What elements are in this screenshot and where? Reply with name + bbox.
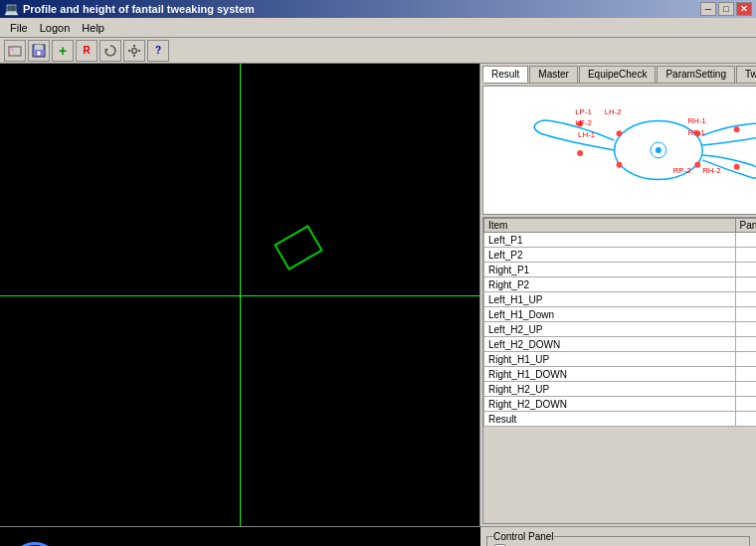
svg-rect-0 bbox=[9, 47, 21, 56]
col-header-part: Part bbox=[735, 219, 756, 233]
svg-text:RH-1: RH-1 bbox=[687, 116, 705, 125]
canvas-area bbox=[0, 64, 480, 526]
table-cell-item: Left_H1_UP bbox=[484, 292, 736, 307]
control-panel: FAE 深圳市弗莱博自动化设备有限公司 Flexible Automation … bbox=[0, 526, 756, 546]
table-cell-item: Left_H2_DOWN bbox=[484, 337, 736, 352]
control-fieldset: Control Panel Save Data Auto Study Tweak… bbox=[486, 531, 750, 546]
window-title: Profile and height of fantail tweaking s… bbox=[23, 3, 255, 15]
close-button[interactable]: ✕ bbox=[736, 2, 752, 16]
table-row: Right_P2 bbox=[484, 277, 757, 292]
maximize-button[interactable]: □ bbox=[718, 2, 734, 16]
table-cell-item: Left_P1 bbox=[484, 233, 736, 248]
svg-point-15 bbox=[617, 162, 623, 168]
table-row: Right_H2_UP bbox=[484, 382, 757, 397]
table-cell-part bbox=[735, 397, 756, 412]
table-cell-item: Right_H1_DOWN bbox=[484, 367, 736, 382]
table-row: Result bbox=[484, 412, 757, 427]
tab-tweaksetting[interactable]: TweakSetting bbox=[736, 66, 756, 83]
tab-master[interactable]: Master bbox=[529, 66, 578, 83]
svg-text:LH-1: LH-1 bbox=[578, 130, 595, 139]
toolbar-config-btn[interactable] bbox=[123, 40, 145, 62]
minimize-button[interactable]: ─ bbox=[700, 2, 716, 16]
svg-point-20 bbox=[734, 126, 740, 132]
svg-rect-3 bbox=[35, 45, 43, 50]
table-cell-item: Right_H1_UP bbox=[484, 352, 736, 367]
svg-point-17 bbox=[694, 162, 700, 168]
right-control-area: Control Panel Save Data Auto Study Tweak… bbox=[480, 527, 756, 546]
window-controls: ─ □ ✕ bbox=[700, 2, 752, 16]
main-container: Result Master EquipeCheck ParamSetting T… bbox=[0, 64, 756, 526]
table-row: Left_H1_Down bbox=[484, 307, 757, 322]
table-cell-part bbox=[735, 337, 756, 352]
table-cell-item: Right_H2_UP bbox=[484, 382, 736, 397]
table-cell-item: Right_P2 bbox=[484, 277, 736, 292]
table-cell-part bbox=[735, 263, 756, 277]
table-cell-item: Left_H2_UP bbox=[484, 322, 736, 337]
table-row: Right_H1_DOWN bbox=[484, 367, 757, 382]
table-row: Left_P2 bbox=[484, 248, 757, 263]
table-cell-part bbox=[735, 352, 756, 367]
table-cell-part bbox=[735, 248, 756, 263]
toolbar-r-btn[interactable]: R bbox=[76, 40, 97, 62]
table-cell-part bbox=[735, 412, 756, 427]
svg-text:RP-2: RP-2 bbox=[673, 166, 691, 175]
svg-point-6 bbox=[132, 48, 137, 53]
title-bar: 💻 Profile and height of fantail tweaking… bbox=[0, 0, 756, 18]
svg-point-19 bbox=[577, 150, 583, 156]
table-cell-part bbox=[735, 292, 756, 307]
toolbar-refresh-btn[interactable] bbox=[99, 40, 121, 62]
table-row: Left_H2_UP bbox=[484, 322, 757, 337]
svg-text:RF-1: RF-1 bbox=[687, 128, 704, 137]
table-cell-part bbox=[735, 382, 756, 397]
svg-rect-4 bbox=[37, 51, 41, 56]
tab-equipecheck[interactable]: EquipeCheck bbox=[579, 66, 656, 83]
crosshair-vertical bbox=[240, 64, 241, 526]
col-header-item: Item bbox=[484, 219, 736, 233]
control-panel-label: Control Panel bbox=[493, 531, 554, 542]
menu-file[interactable]: File bbox=[4, 20, 34, 36]
tab-result[interactable]: Result bbox=[482, 66, 528, 83]
svg-point-21 bbox=[734, 164, 740, 170]
table-row: Left_P1 bbox=[484, 233, 757, 248]
toolbar-help-btn[interactable]: ? bbox=[147, 40, 169, 62]
right-panel: Result Master EquipeCheck ParamSetting T… bbox=[480, 64, 756, 526]
svg-rect-9 bbox=[128, 50, 130, 52]
svg-rect-10 bbox=[138, 50, 140, 52]
menu-bar: File Logon Help bbox=[0, 18, 756, 38]
detected-shape bbox=[274, 225, 323, 271]
menu-logon[interactable]: Logon bbox=[34, 20, 77, 36]
table-row: Right_H2_DOWN bbox=[484, 397, 757, 412]
menu-help[interactable]: Help bbox=[76, 20, 110, 36]
svg-text:LP-1: LP-1 bbox=[575, 107, 592, 116]
toolbar-save-btn[interactable] bbox=[28, 40, 50, 62]
logo-area: FAE 深圳市弗莱博自动化设备有限公司 Flexible Automation … bbox=[0, 527, 480, 546]
data-table: Item Part Left_P1Left_P2Right_P1Right_P2… bbox=[483, 218, 756, 427]
logo-circle: FAE bbox=[10, 542, 60, 547]
tab-bar: Result Master EquipeCheck ParamSetting T… bbox=[482, 66, 756, 84]
diagram-area: LP-1 LH-2 LP-2 LH-1 RH-1 RF-1 RP-2 RH-2 bbox=[482, 86, 756, 215]
tab-paramsetting[interactable]: ParamSetting bbox=[657, 66, 735, 83]
table-cell-item: Result bbox=[484, 412, 736, 427]
svg-text:LH-2: LH-2 bbox=[605, 107, 622, 116]
table-row: Left_H2_DOWN bbox=[484, 337, 757, 352]
table-cell-part bbox=[735, 367, 756, 382]
svg-rect-8 bbox=[133, 55, 135, 57]
table-row: Left_H1_UP bbox=[484, 292, 757, 307]
data-table-container: Item Part Left_P1Left_P2Right_P1Right_P2… bbox=[482, 217, 756, 524]
table-cell-part bbox=[735, 277, 756, 292]
table-cell-item: Left_H1_Down bbox=[484, 307, 736, 322]
table-cell-item: Right_H2_DOWN bbox=[484, 397, 736, 412]
table-cell-item: Right_P1 bbox=[484, 263, 736, 277]
svg-rect-7 bbox=[133, 45, 135, 47]
table-row: Right_P1 bbox=[484, 263, 757, 277]
toolbar: + R ? bbox=[0, 38, 756, 64]
svg-point-13 bbox=[656, 147, 662, 153]
svg-rect-1 bbox=[9, 49, 14, 51]
toolbar-open-btn[interactable] bbox=[4, 40, 26, 62]
table-row: Right_H1_UP bbox=[484, 352, 757, 367]
svg-point-14 bbox=[617, 130, 623, 136]
toolbar-add-btn[interactable]: + bbox=[52, 40, 74, 62]
table-cell-part bbox=[735, 307, 756, 322]
svg-text:LP-2: LP-2 bbox=[575, 118, 592, 127]
table-cell-part bbox=[735, 322, 756, 337]
